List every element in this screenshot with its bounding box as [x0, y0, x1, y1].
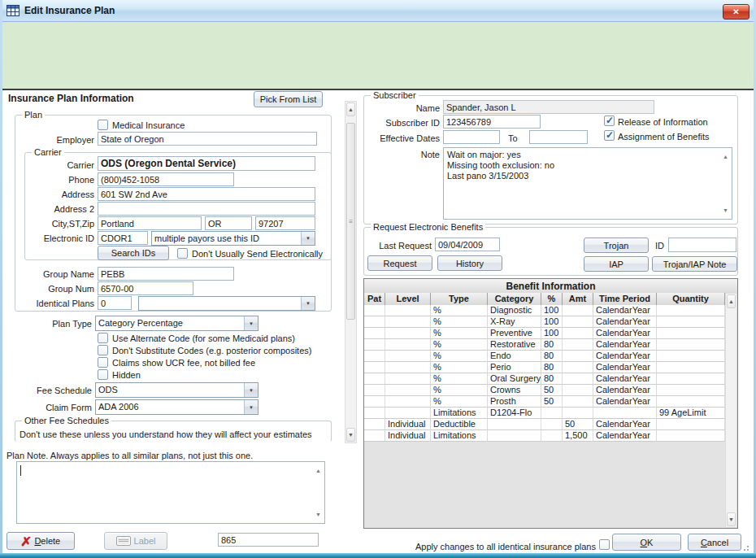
trojan-id-label: ID	[655, 241, 664, 251]
assignment-of-benefits-label: Assignment of Benefits	[618, 132, 710, 142]
edit-insurance-plan-window: Edit Insurance Plan ✕ Patient Informatio…	[0, 0, 756, 558]
table-row[interactable]: %Crowns50CalendarYear	[364, 385, 725, 396]
subscriber-id-label: Subscriber ID	[363, 118, 440, 129]
release-of-information-checkbox[interactable]	[604, 116, 615, 126]
column-header-time-period: Time Period	[593, 293, 657, 305]
scroll-down-icon[interactable]: ▼	[727, 512, 736, 526]
subscriber-name-input	[443, 100, 654, 114]
subscriber-note-textarea[interactable]: ▲ ▼ Wait on major: yesMissing tooth excl…	[443, 147, 732, 220]
table-row[interactable]: %Oral Surgery80CalendarYear	[364, 373, 725, 385]
window-titlebar[interactable]: Edit Insurance Plan ✕	[0, 0, 756, 22]
column-header-category: Category	[488, 293, 541, 305]
apply-changes-label: Apply changes to all identical insurance…	[358, 542, 596, 552]
patient-information-section	[2, 21, 754, 90]
window-border-bottom	[0, 553, 756, 558]
benefit-table-header: Pat Level Type Category % Amt Time Perio…	[364, 293, 725, 306]
trojan-iap-note-button[interactable]: Trojan/IAP Note	[652, 256, 737, 272]
history-button[interactable]: History	[437, 255, 502, 271]
benefit-information-panel: Benefit Information Pat Level Type Categ…	[363, 278, 738, 529]
scroll-up-icon[interactable]: ▲	[727, 294, 736, 308]
effective-from-input[interactable]	[443, 130, 500, 144]
assignment-of-benefits-checkbox[interactable]	[604, 130, 615, 141]
close-button[interactable]: ✕	[723, 4, 749, 20]
table-row[interactable]: %Restorative80CalendarYear	[364, 339, 725, 351]
table-row[interactable]: %Prosth50CalendarYear	[364, 396, 725, 408]
last-request-label: Last Request	[363, 241, 432, 251]
subscriber-group-label: Subscriber	[371, 90, 419, 101]
resize-grip[interactable]	[743, 543, 751, 551]
cancel-button[interactable]: Cancel	[688, 534, 741, 551]
scroll-up-icon[interactable]: ▲	[723, 151, 728, 162]
last-request-input[interactable]	[435, 238, 500, 251]
benefit-table-empty-area	[364, 442, 725, 528]
trojan-button[interactable]: Trojan	[584, 238, 649, 253]
table-row[interactable]: IndividualDeductible50CalendarYear	[364, 419, 725, 430]
benefit-information-title: Benefit Information	[364, 279, 737, 294]
app-grid-icon	[7, 4, 20, 17]
benefit-table-rows: %Diagnostic100CalendarYear%X-Ray100Calen…	[364, 305, 725, 442]
table-row[interactable]: %Diagnostic100CalendarYear	[364, 305, 725, 316]
request-electronic-benefits-label: Request Electronic Benefits	[371, 222, 485, 233]
apply-changes-checkbox[interactable]	[599, 539, 610, 550]
table-row[interactable]: %X-Ray100CalendarYear	[364, 316, 725, 328]
effective-dates-label: Effective Dates	[363, 133, 440, 144]
table-row[interactable]: LimitationsD1204-Flo99 AgeLimit	[364, 408, 725, 419]
subscriber-note-label: Note	[363, 150, 440, 160]
release-of-information-label: Release of Information	[618, 117, 708, 128]
effective-to-input[interactable]	[529, 130, 588, 144]
column-header-percent: %	[541, 293, 563, 305]
iap-button[interactable]: IAP	[584, 256, 649, 272]
table-row[interactable]: %Preventive100CalendarYear	[364, 328, 725, 339]
benefit-table-scrollbar[interactable]: ▲ ▼	[725, 293, 737, 528]
column-header-quantity: Quantity	[657, 293, 725, 305]
scroll-down-icon[interactable]: ▼	[723, 205, 728, 216]
column-header-pat: Pat	[364, 293, 385, 305]
table-row[interactable]: %Perio80CalendarYear	[364, 362, 725, 373]
column-header-level: Level	[385, 293, 431, 305]
to-label: To	[508, 133, 518, 144]
subscriber-name-label: Name	[363, 103, 440, 114]
column-header-amt: Amt	[563, 293, 593, 305]
column-header-type: Type	[431, 293, 488, 305]
window-border-left	[0, 0, 2, 558]
table-row[interactable]: IndividualLimitations1,500CalendarYear	[364, 430, 725, 442]
window-title: Edit Insurance Plan	[24, 5, 115, 16]
subscriber-id-input[interactable]	[443, 115, 541, 129]
request-button[interactable]: Request	[367, 255, 432, 271]
close-icon: ✕	[732, 7, 739, 16]
ok-button[interactable]: OK	[612, 534, 681, 551]
table-row[interactable]: %Endo80CalendarYear	[364, 351, 725, 362]
trojan-id-input[interactable]	[668, 238, 736, 252]
